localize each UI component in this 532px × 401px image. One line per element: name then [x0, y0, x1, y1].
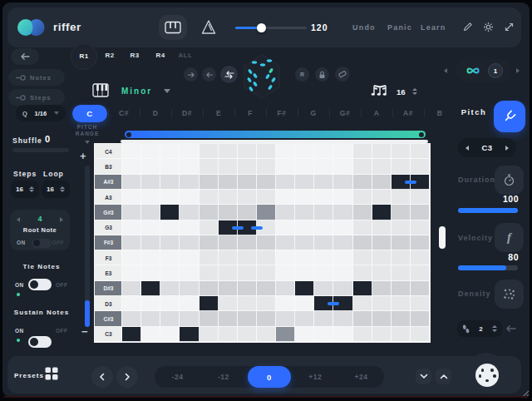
grid-cell[interactable]: [160, 311, 180, 326]
grid-cell[interactable]: [353, 296, 372, 311]
grid-cell[interactable]: [200, 235, 219, 250]
grid-note[interactable]: [353, 281, 372, 296]
gear-icon[interactable]: [483, 22, 494, 32]
grid-cell[interactable]: [141, 159, 160, 174]
grid-cell[interactable]: [257, 175, 276, 190]
grid-cell[interactable]: [122, 311, 141, 326]
grid-cell[interactable]: [141, 235, 160, 250]
grid-cell[interactable]: [160, 190, 180, 205]
piano-roll-grid[interactable]: C4B3A#3A3G#3G3F#3F3E3D#3D3C#3C3: [94, 143, 431, 343]
grid-cell[interactable]: [276, 175, 295, 190]
density-button[interactable]: [495, 280, 524, 309]
grid-cell[interactable]: [180, 190, 199, 205]
grid-cell[interactable]: [276, 205, 295, 220]
grid-cell[interactable]: [295, 175, 314, 190]
grid-cell[interactable]: [122, 281, 141, 296]
grid-cell[interactable]: [141, 205, 160, 220]
grid-note[interactable]: [295, 281, 314, 296]
grid-cell[interactable]: [122, 296, 141, 311]
grid-cell[interactable]: [314, 159, 333, 174]
pitch-range-slider[interactable]: [125, 131, 426, 138]
back-button[interactable]: [11, 48, 39, 65]
grid-cell[interactable]: [353, 311, 372, 326]
grid-cell[interactable]: [122, 175, 141, 190]
grid-cell[interactable]: [219, 296, 238, 311]
grid-cell[interactable]: [353, 327, 372, 342]
transpose-option-0[interactable]: 0: [246, 366, 292, 388]
grid-cell[interactable]: [353, 265, 372, 280]
root-note-toggle[interactable]: [32, 239, 52, 248]
grid-cell[interactable]: [411, 190, 430, 205]
velocity-button[interactable]: f: [495, 223, 524, 252]
grid-cell[interactable]: [314, 327, 333, 342]
grid-cell[interactable]: [314, 205, 333, 220]
grid-cell[interactable]: [372, 296, 392, 311]
grid-cell[interactable]: [141, 327, 160, 342]
grid-cell[interactable]: [257, 250, 276, 265]
grid-cell[interactable]: [238, 235, 257, 250]
grid-cell[interactable]: [238, 175, 257, 190]
grid-note[interactable]: [180, 327, 199, 342]
grid-cell[interactable]: [333, 235, 352, 250]
grid-cell[interactable]: [353, 175, 372, 190]
note-button-c[interactable]: C: [71, 104, 108, 122]
grid-cell[interactable]: [392, 220, 411, 235]
pitch-prev-icon[interactable]: [466, 146, 469, 151]
grid-cell[interactable]: [257, 235, 276, 250]
undo-button[interactable]: Undo: [352, 23, 376, 32]
grid-cell[interactable]: [411, 311, 430, 326]
randomize-button[interactable]: R: [295, 67, 309, 82]
grid-cell[interactable]: [276, 190, 295, 205]
grid-cell[interactable]: [314, 265, 333, 280]
chevron-down-icon[interactable]: [85, 141, 90, 144]
grid-cell[interactable]: [200, 144, 219, 159]
preset-next-button[interactable]: [116, 366, 138, 388]
grid-cell[interactable]: [200, 311, 219, 326]
sidebar-item-notes[interactable]: Notes: [8, 69, 65, 86]
grid-cell[interactable]: [160, 281, 180, 296]
steps-stepper[interactable]: 16: [11, 181, 39, 198]
grid-cell[interactable]: [180, 220, 199, 235]
grid-cell[interactable]: [238, 205, 257, 220]
grid-cell[interactable]: [392, 281, 411, 296]
grid-cell[interactable]: [333, 175, 352, 190]
resize-window-icon[interactable]: [504, 22, 515, 32]
grid-cell[interactable]: [411, 235, 430, 250]
preset-prev-button[interactable]: [91, 366, 113, 388]
lock-button[interactable]: [315, 67, 329, 82]
grid-cell[interactable]: [314, 220, 333, 235]
metronome-icon[interactable]: [200, 19, 217, 36]
velocity-slider[interactable]: [458, 265, 518, 270]
grid-cell[interactable]: [372, 311, 392, 326]
grid-note[interactable]: [257, 205, 276, 220]
transpose-option--24[interactable]: -24: [155, 366, 200, 388]
grid-cell[interactable]: [257, 159, 276, 174]
grid-cell[interactable]: [333, 265, 352, 280]
grid-cell[interactable]: [333, 281, 352, 296]
grid-cell[interactable]: [122, 205, 141, 220]
grid-cell[interactable]: [122, 144, 141, 159]
riff-tab-r2[interactable]: R2: [96, 52, 123, 59]
grid-cell[interactable]: [353, 235, 372, 250]
grid-cell[interactable]: [411, 220, 430, 235]
grid-cell[interactable]: [333, 159, 352, 174]
grid-cell[interactable]: [122, 265, 141, 280]
grid-cell[interactable]: [353, 250, 372, 265]
grid-cell[interactable]: [141, 190, 160, 205]
grid-cell[interactable]: [238, 144, 257, 159]
grid-cell[interactable]: [122, 250, 141, 265]
grid-scrollbar-handle[interactable]: [439, 226, 446, 249]
steps-spinner[interactable]: [29, 186, 34, 193]
vertical-range-slider[interactable]: [85, 166, 90, 327]
note-button-b[interactable]: B: [424, 104, 456, 122]
grid-cell[interactable]: [160, 327, 180, 342]
grid-note[interactable]: [141, 281, 160, 296]
root-next-icon[interactable]: [60, 217, 63, 222]
grid-cell[interactable]: [333, 144, 352, 159]
grid-cell[interactable]: [180, 311, 199, 326]
grid-cell[interactable]: [219, 327, 238, 342]
grid-cell[interactable]: [180, 144, 199, 159]
note-button-a[interactable]: A: [361, 104, 392, 122]
grid-cell[interactable]: [180, 205, 199, 220]
grid-cell[interactable]: [160, 159, 180, 174]
